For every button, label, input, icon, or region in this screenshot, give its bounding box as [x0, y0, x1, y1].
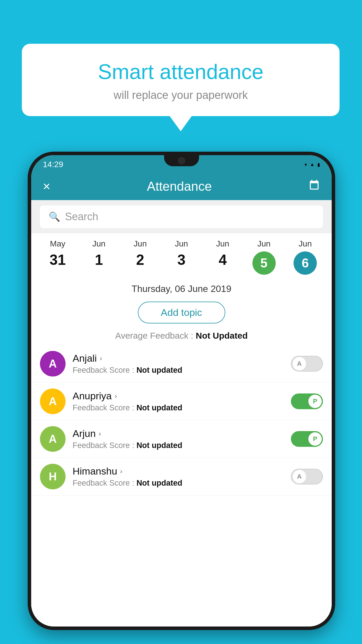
battery-icon: ▮	[317, 162, 320, 167]
search-bar-container: 🔍 Search	[31, 200, 332, 233]
phone-screen: 14:29 ▾ ▲ ▮ × Attendance 🔍 S	[31, 155, 332, 626]
feedback-score: Feedback Score : Not updated	[73, 479, 284, 488]
toggle-knob: P	[308, 395, 322, 408]
attendance-toggle[interactable]: A	[291, 469, 323, 484]
student-item[interactable]: AAnjali ›Feedback Score : Not updatedA	[31, 345, 332, 383]
date-month: Jun	[92, 239, 106, 249]
feedback-score: Feedback Score : Not updated	[73, 403, 284, 412]
toggle-knob: A	[293, 357, 306, 370]
student-name: Anupriya ›	[73, 390, 284, 402]
date-day: 4	[219, 251, 227, 268]
wifi-icon: ▾	[305, 162, 307, 167]
date-day: 5	[252, 251, 276, 275]
add-topic-button[interactable]: Add topic	[138, 302, 225, 323]
student-name: Arjun ›	[73, 428, 284, 439]
avatar: H	[40, 464, 66, 489]
date-month: Jun	[299, 239, 312, 249]
date-day: 6	[294, 251, 317, 275]
average-feedback-value: Not Updated	[196, 331, 247, 340]
date-item-1[interactable]: Jun1	[81, 239, 116, 275]
feedback-score: Feedback Score : Not updated	[73, 366, 284, 375]
date-day: 3	[178, 251, 186, 268]
student-name: Himanshu ›	[73, 466, 284, 477]
date-month: Jun	[216, 239, 229, 249]
chevron-icon: ›	[115, 392, 117, 400]
date-item-5[interactable]: Jun5	[247, 239, 282, 275]
speech-bubble: Smart attendance will replace your paper…	[22, 44, 340, 116]
date-day: 31	[50, 251, 66, 268]
feedback-score: Feedback Score : Not updated	[73, 441, 284, 450]
student-list: AAnjali ›Feedback Score : Not updatedAAA…	[31, 342, 332, 498]
search-placeholder: Search	[65, 211, 98, 223]
phone-frame: 14:29 ▾ ▲ ▮ × Attendance 🔍 S	[28, 152, 335, 630]
average-feedback-label: Average Feedback :	[115, 331, 196, 340]
bubble-subtitle: will replace your paperwork	[39, 89, 322, 102]
average-feedback: Average Feedback : Not Updated	[31, 326, 332, 342]
close-button[interactable]: ×	[43, 179, 50, 194]
student-info: Himanshu ›Feedback Score : Not updated	[73, 466, 284, 488]
date-day: 2	[136, 251, 144, 268]
calendar-icon-button[interactable]	[308, 179, 320, 194]
status-bar: 14:29 ▾ ▲ ▮	[31, 155, 332, 173]
app-bar-title: Attendance	[147, 179, 212, 194]
attendance-toggle[interactable]: P	[291, 393, 323, 409]
date-item-6[interactable]: Jun6	[288, 239, 323, 275]
notch	[164, 155, 199, 166]
date-day: 1	[95, 251, 103, 268]
search-input-wrapper[interactable]: 🔍 Search	[40, 205, 323, 228]
student-item[interactable]: AAnupriya ›Feedback Score : Not updatedP	[31, 383, 332, 420]
student-item[interactable]: AArjun ›Feedback Score : Not updatedP	[31, 420, 332, 458]
main-content: Thursday, 06 June 2019 Add topic Average…	[31, 278, 332, 626]
date-item-3[interactable]: Jun3	[164, 239, 199, 275]
attendance-toggle[interactable]: P	[291, 431, 323, 447]
toggle-knob: A	[293, 470, 306, 483]
avatar: A	[40, 388, 66, 414]
chevron-icon: ›	[99, 430, 101, 438]
camera-notch	[178, 157, 185, 164]
date-month: Jun	[175, 239, 188, 249]
status-time: 14:29	[43, 160, 63, 169]
date-item-4[interactable]: Jun4	[205, 239, 240, 275]
avatar: A	[40, 351, 66, 377]
bubble-title: Smart attendance	[39, 60, 322, 84]
date-month: Jun	[133, 239, 147, 249]
date-scroll[interactable]: May31Jun1Jun2Jun3Jun4Jun5Jun6	[31, 233, 332, 278]
student-item[interactable]: HHimanshu ›Feedback Score : Not updatedA	[31, 458, 332, 496]
date-item-31[interactable]: May31	[40, 239, 75, 275]
selected-date-label: Thursday, 06 June 2019	[31, 278, 332, 299]
toggle-knob: P	[308, 432, 322, 446]
student-name: Anjali ›	[73, 353, 284, 364]
student-info: Arjun ›Feedback Score : Not updated	[73, 428, 284, 450]
student-info: Anupriya ›Feedback Score : Not updated	[73, 390, 284, 412]
status-icons: ▾ ▲ ▮	[305, 162, 320, 167]
chevron-icon: ›	[100, 354, 102, 363]
date-month: Jun	[257, 239, 270, 249]
date-item-2[interactable]: Jun2	[123, 239, 158, 275]
search-icon: 🔍	[49, 211, 60, 222]
attendance-toggle[interactable]: A	[291, 356, 323, 372]
student-info: Anjali ›Feedback Score : Not updated	[73, 353, 284, 375]
signal-icon: ▲	[310, 162, 314, 167]
app-bar: × Attendance	[31, 173, 332, 200]
avatar: A	[40, 426, 66, 452]
date-month: May	[50, 239, 65, 249]
chevron-icon: ›	[120, 467, 122, 475]
